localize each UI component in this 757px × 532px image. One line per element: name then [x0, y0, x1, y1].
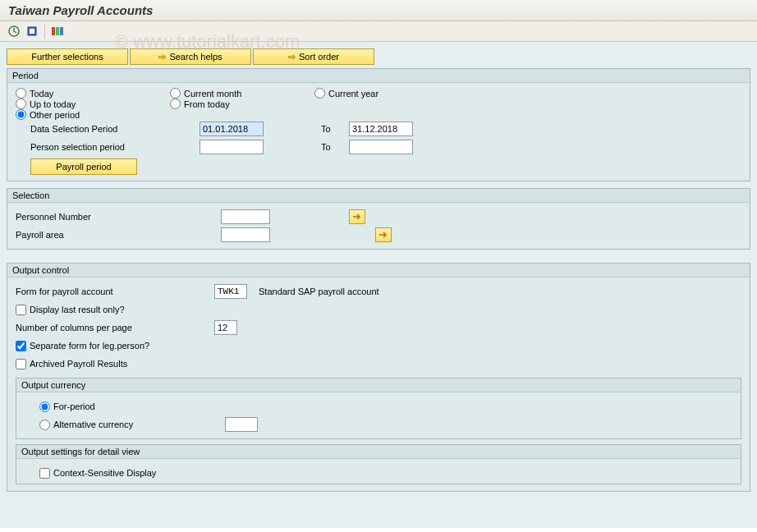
personnel-number-more-button[interactable] — [349, 209, 365, 224]
alt-currency-option[interactable]: Alternative currency — [39, 420, 220, 430]
form-payroll-label: Form for payroll account — [16, 287, 209, 296]
app-toolbar — [0, 21, 757, 42]
payroll-period-button[interactable]: Payroll period — [30, 158, 137, 175]
form-payroll-input[interactable] — [214, 284, 247, 299]
period-from-today-option[interactable]: From today — [170, 99, 308, 109]
alt-currency-radio[interactable] — [39, 420, 50, 430]
to-label: To — [321, 124, 344, 134]
separate-form-label: Separate form for leg.person? — [30, 341, 149, 351]
execute-icon[interactable] — [7, 24, 21, 39]
period-group: Period Today Current month Current year — [7, 68, 750, 181]
selection-group-title: Selection — [7, 189, 750, 203]
payroll-area-input[interactable] — [221, 227, 270, 242]
archived-results-checkbox[interactable] — [16, 359, 26, 369]
form-payroll-desc: Standard SAP payroll account — [259, 287, 379, 296]
personnel-number-label: Personnel Number — [16, 212, 221, 222]
search-helps-label: Search helps — [169, 52, 222, 62]
arrow-right-icon: ⇨ — [158, 52, 166, 62]
archived-results-label: Archived Payroll Results — [30, 359, 127, 369]
separate-form-option[interactable]: Separate form for leg.person? — [16, 341, 149, 351]
up-to-today-label: Up to today — [30, 99, 76, 109]
output-control-group: Output control Form for payroll account … — [7, 263, 750, 492]
cols-per-page-label: Number of columns per page — [16, 323, 209, 332]
separate-form-checkbox[interactable] — [16, 341, 26, 351]
today-label: Today — [30, 89, 53, 99]
for-period-radio[interactable] — [39, 401, 50, 412]
content-area: Further selections ⇨ Search helps ⇨ Sort… — [0, 42, 757, 528]
context-sensitive-label: Context-Sensitive Display — [53, 468, 156, 478]
data-selection-from-input[interactable] — [200, 122, 264, 136]
period-current-month-option[interactable]: Current month — [170, 88, 308, 99]
current-month-radio[interactable] — [170, 88, 181, 99]
search-helps-button[interactable]: ⇨ Search helps — [130, 48, 251, 65]
further-selections-button[interactable]: Further selections — [7, 48, 128, 65]
current-year-label: Current year — [328, 89, 378, 99]
for-period-option[interactable]: For-period — [39, 401, 95, 412]
from-today-label: From today — [184, 99, 230, 109]
page-title: Taiwan Payroll Accounts — [0, 0, 757, 21]
alt-currency-input[interactable] — [225, 417, 258, 432]
person-selection-label: Person selection period — [30, 142, 195, 152]
period-up-to-today-option[interactable]: Up to today — [16, 99, 163, 109]
display-last-label: Display last result only? — [30, 305, 125, 314]
form-icon[interactable] — [50, 24, 65, 39]
svg-rect-3 — [52, 27, 55, 35]
cols-per-page-input[interactable] — [214, 320, 237, 335]
svg-rect-4 — [56, 27, 59, 35]
display-last-option[interactable]: Display last result only? — [16, 305, 125, 315]
payroll-area-label: Payroll area — [16, 230, 221, 240]
up-to-today-radio[interactable] — [16, 99, 26, 109]
person-selection-from-input[interactable] — [200, 140, 264, 154]
display-last-checkbox[interactable] — [16, 305, 26, 315]
for-period-label: For-period — [53, 401, 95, 411]
person-selection-to-input[interactable] — [349, 140, 413, 154]
sort-order-button[interactable]: ⇨ Sort order — [253, 48, 374, 65]
output-detail-title: Output settings for detail view — [16, 445, 741, 459]
sort-order-label: Sort order — [299, 52, 339, 62]
current-month-label: Current month — [184, 89, 241, 99]
selection-buttons-row: Further selections ⇨ Search helps ⇨ Sort… — [7, 48, 750, 65]
toolbar-separator — [44, 24, 45, 39]
current-year-radio[interactable] — [314, 88, 325, 99]
today-radio[interactable] — [16, 88, 26, 99]
output-detail-group: Output settings for detail view Context-… — [16, 444, 741, 484]
arrow-right-icon: ⇨ — [288, 52, 296, 62]
data-selection-to-input[interactable] — [349, 122, 413, 136]
period-group-title: Period — [7, 69, 750, 83]
output-currency-title: Output currency — [16, 378, 741, 392]
context-sensitive-checkbox[interactable] — [39, 468, 50, 479]
alt-currency-label: Alternative currency — [53, 420, 133, 429]
to-label-2: To — [321, 142, 344, 152]
period-other-option[interactable]: Other period — [16, 109, 163, 120]
svg-rect-2 — [30, 29, 34, 34]
personnel-number-input[interactable] — [221, 209, 270, 224]
period-today-option[interactable]: Today — [16, 88, 163, 99]
archived-results-option[interactable]: Archived Payroll Results — [16, 359, 127, 369]
other-period-label: Other period — [30, 110, 80, 120]
other-period-radio[interactable] — [16, 109, 26, 120]
from-today-radio[interactable] — [170, 99, 181, 109]
output-currency-group: Output currency For-period Alternative c… — [16, 378, 741, 439]
output-control-title: Output control — [7, 264, 750, 277]
selection-group: Selection Personnel Number Payroll area — [7, 188, 750, 250]
svg-rect-5 — [60, 27, 63, 35]
data-selection-label: Data Selection Period — [30, 124, 195, 134]
variant-icon[interactable] — [25, 24, 39, 39]
period-current-year-option[interactable]: Current year — [314, 88, 462, 99]
payroll-area-more-button[interactable] — [375, 227, 392, 242]
context-sensitive-option[interactable]: Context-Sensitive Display — [39, 468, 156, 479]
